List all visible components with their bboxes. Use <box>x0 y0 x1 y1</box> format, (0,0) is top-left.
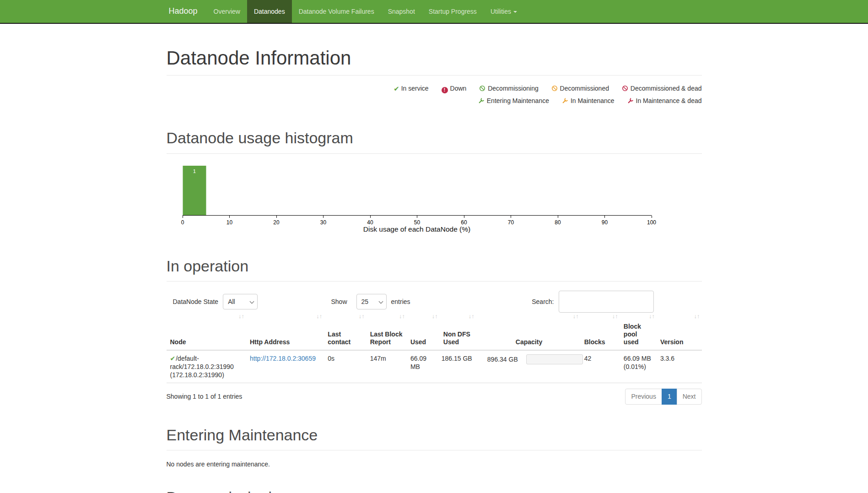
datanode-state-label: DataNode State <box>173 298 219 305</box>
page-title: Datanode Information <box>167 48 702 69</box>
nav-item-datanodes: Datanodes <box>247 0 292 23</box>
ban-circle-icon <box>622 84 628 95</box>
sort-icon[interactable]: ↓↑ <box>573 313 579 319</box>
sort-icon[interactable]: ↓↑ <box>612 313 618 319</box>
legend-decommissioned-dead: Decommissioned & dead <box>622 85 702 92</box>
datanode-usage-histogram: 1 0 10 20 30 40 50 60 70 80 90 100 Disk … <box>167 161 702 236</box>
next-button[interactable]: Next <box>677 389 702 405</box>
section-title-entering-maintenance: Entering Maintenance <box>167 427 702 444</box>
sort-icon[interactable]: ↓↑ <box>316 313 322 319</box>
divider <box>167 450 702 450</box>
column-header-last-block-report[interactable]: ↓↑Last Block Report <box>367 311 407 350</box>
nav-link-overview[interactable]: Overview <box>207 0 247 23</box>
page-1-button[interactable]: 1 <box>662 389 677 405</box>
column-header-last-contact[interactable]: ↓↑Last contact <box>324 311 366 350</box>
column-header-version[interactable]: ↓↑Version <box>657 311 702 350</box>
exclamation-circle-icon: ! <box>442 87 448 93</box>
sort-icon[interactable]: ↓↑ <box>694 313 700 319</box>
table-info: Showing 1 to 1 of 1 entries <box>167 393 243 400</box>
show-label: Show <box>331 298 347 305</box>
divider <box>167 153 702 154</box>
column-header-capacity[interactable]: ↓↑Capacity <box>476 311 581 350</box>
svg-text:60: 60 <box>461 219 467 226</box>
histogram-svg: 1 0 10 20 30 40 50 60 70 80 90 100 Disk … <box>167 161 688 234</box>
check-icon: ✔ <box>394 85 399 92</box>
legend-down: !Down <box>442 85 467 92</box>
svg-text:0: 0 <box>181 219 184 226</box>
capacity-progress-bar <box>526 354 583 364</box>
column-header-blocks[interactable]: ↓↑Blocks <box>581 311 620 350</box>
nav-link-datanodes[interactable]: Datanodes <box>247 0 292 23</box>
svg-text:80: 80 <box>555 219 561 226</box>
pagination-page-1: 1 <box>662 389 677 405</box>
nav-item-snapshot: Snapshot <box>381 0 422 23</box>
section-title-decommissioning: Decommissioning <box>167 489 702 493</box>
nav-menu: Overview Datanodes Datanode Volume Failu… <box>207 0 524 23</box>
svg-text:70: 70 <box>507 219 514 226</box>
column-header-non-dfs-used[interactable]: ↓↑Non DFS Used <box>440 311 476 350</box>
nav-link-startup-progress[interactable]: Startup Progress <box>422 0 484 23</box>
pagination-next: Next <box>677 389 702 405</box>
legend-in-service: ✔In service <box>394 85 429 92</box>
nav-item-startup-progress: Startup Progress <box>422 0 484 23</box>
previous-button[interactable]: Previous <box>625 389 662 405</box>
pagination: Previous 1 Next <box>625 389 701 405</box>
legend-entering-maintenance: Entering Maintenance <box>478 97 549 104</box>
legend-decommissioned: Decommissioned <box>551 85 609 92</box>
nav-link-volume-failures[interactable]: Datanode Volume Failures <box>292 0 381 23</box>
svg-text:10: 10 <box>226 219 232 226</box>
legend-in-maintenance: In Maintenance <box>562 97 615 104</box>
datanodes-table: ↓↑Node ↓↑Http Address ↓↑Last contact ↓↑L… <box>167 311 702 383</box>
page-length-control: Show 25 entries <box>331 293 410 310</box>
nav-item-utilities: Utilities <box>484 0 524 23</box>
cell-used: 66.09 MB <box>407 350 440 383</box>
sort-icon[interactable]: ↓↑ <box>238 313 244 319</box>
column-header-http-address[interactable]: ↓↑Http Address <box>246 311 324 350</box>
ban-circle-icon <box>479 84 485 95</box>
status-legend: ✔In service !Down Decommissioning Decomm… <box>167 83 702 108</box>
hadoop-brand[interactable]: Hadoop <box>167 0 203 23</box>
nav-item-overview: Overview <box>207 0 247 23</box>
chevron-down-icon <box>513 11 517 13</box>
table-header-row: ↓↑Node ↓↑Http Address ↓↑Last contact ↓↑L… <box>167 311 702 350</box>
cell-non-dfs-used: 186.15 GB <box>440 350 476 383</box>
maintenance-empty-message: No nodes are entering maintenance. <box>167 460 702 468</box>
check-icon: ✔ <box>170 355 176 362</box>
table-row: ✔/default-rack/172.18.0.2:31990 (172.18.… <box>167 350 702 383</box>
wrench-icon <box>562 96 568 108</box>
datanode-state-select[interactable]: All <box>223 294 258 309</box>
sort-icon[interactable]: ↓↑ <box>432 313 438 319</box>
cell-last-contact: 0s <box>324 350 366 383</box>
x-axis-tick-labels: 0 10 20 30 40 50 60 70 80 90 100 <box>181 219 656 226</box>
cell-node: ✔/default-rack/172.18.0.2:31990 (172.18.… <box>167 350 246 383</box>
column-header-node[interactable]: ↓↑Node <box>167 311 246 350</box>
table-controls: DataNode State All Show 25 entries Searc… <box>167 293 702 310</box>
svg-text:30: 30 <box>320 219 326 226</box>
bar-count-label: 1 <box>193 168 195 174</box>
page-length-select[interactable]: 25 <box>356 294 387 309</box>
sort-icon[interactable]: ↓↑ <box>399 313 405 319</box>
nav-link-snapshot[interactable]: Snapshot <box>381 0 422 23</box>
svg-text:90: 90 <box>601 219 608 226</box>
svg-text:100: 100 <box>647 219 656 226</box>
http-address-link[interactable]: http://172.18.0.2:30659 <box>250 355 316 362</box>
svg-text:50: 50 <box>414 219 420 226</box>
cell-last-block-report: 147m <box>367 350 407 383</box>
cell-blocks: 42 <box>581 350 620 383</box>
svg-text:40: 40 <box>367 219 373 226</box>
sort-icon[interactable]: ↓↑ <box>359 313 365 319</box>
svg-text:20: 20 <box>273 219 280 226</box>
search-label: Search: <box>532 298 554 305</box>
divider <box>167 75 702 76</box>
ban-circle-icon <box>551 84 558 95</box>
sort-icon[interactable]: ↓↑ <box>469 313 474 319</box>
cell-block-pool-used: 66.09 MB (0.01%) <box>620 350 657 383</box>
column-header-block-pool-used[interactable]: ↓↑Block pool used <box>620 311 657 350</box>
nav-item-volume-failures: Datanode Volume Failures <box>292 0 381 23</box>
legend-decommissioning: Decommissioning <box>479 85 538 92</box>
section-title-histogram: Datanode usage histogram <box>167 130 702 146</box>
search-input[interactable] <box>559 291 654 313</box>
sort-icon[interactable]: ↓↑ <box>649 313 655 319</box>
column-header-used[interactable]: ↓↑Used <box>407 311 440 350</box>
nav-link-utilities-dropdown[interactable]: Utilities <box>484 0 524 23</box>
